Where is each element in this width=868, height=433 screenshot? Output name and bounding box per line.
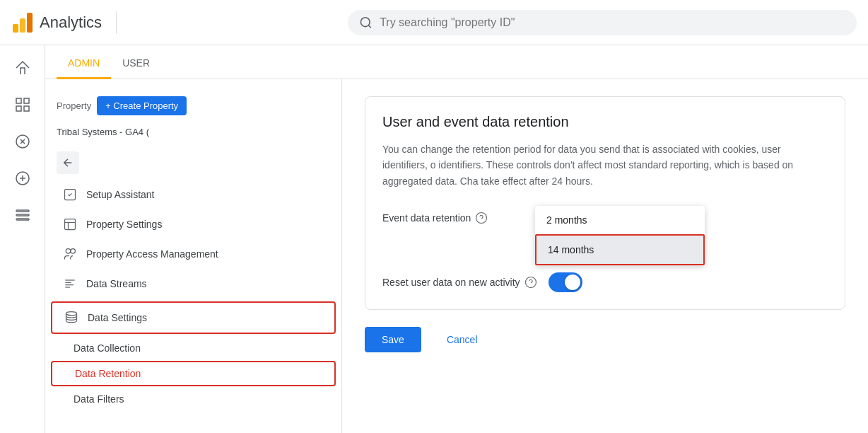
main-layout: ADMIN USER Property + Create Property Tr… bbox=[0, 45, 868, 433]
event-retention-dropdown[interactable]: 14 months 2 months 14 months bbox=[535, 206, 662, 230]
property-access-label: Property Access Management bbox=[86, 248, 218, 260]
setup-assistant-icon bbox=[62, 187, 78, 202]
svg-point-24 bbox=[66, 312, 77, 316]
reset-user-label: Reset user data on new activity bbox=[382, 276, 537, 289]
svg-point-25 bbox=[476, 213, 487, 224]
svg-rect-6 bbox=[24, 98, 29, 103]
main-panel: User and event data retention You can ch… bbox=[342, 79, 868, 433]
sidebar-item-setup-assistant[interactable]: Setup Assistant bbox=[45, 180, 341, 209]
reset-user-data-row: Reset user data on new activity bbox=[382, 272, 828, 292]
sidebar-property-row: Property + Create Property bbox=[45, 91, 341, 127]
svg-rect-8 bbox=[24, 106, 29, 111]
property-settings-label: Property Settings bbox=[86, 219, 162, 230]
data-settings-icon bbox=[64, 310, 79, 325]
back-button[interactable] bbox=[57, 151, 79, 174]
retention-card: User and event data retention You can ch… bbox=[365, 96, 845, 310]
tab-admin[interactable]: ADMIN bbox=[57, 49, 111, 79]
event-retention-row: Event data retention 14 months 2 months … bbox=[382, 206, 828, 230]
save-button[interactable]: Save bbox=[365, 327, 421, 352]
search-bar[interactable] bbox=[348, 10, 857, 35]
svg-point-27 bbox=[525, 277, 536, 288]
svg-rect-5 bbox=[16, 98, 21, 103]
sidebar-sub-item-data-retention-wrapper: Data Retention bbox=[51, 361, 336, 386]
svg-rect-13 bbox=[16, 219, 29, 220]
sidebar-item-data-settings[interactable]: Data Settings bbox=[52, 303, 334, 333]
property-access-icon bbox=[62, 246, 78, 262]
event-retention-label: Event data retention bbox=[382, 212, 524, 224]
sidebar-item-property-settings[interactable]: Property Settings bbox=[45, 209, 341, 239]
card-description: You can change the retention period for … bbox=[382, 142, 828, 189]
search-icon bbox=[359, 16, 373, 30]
header-divider bbox=[116, 11, 117, 34]
property-settings-icon bbox=[62, 216, 78, 232]
reset-user-toggle[interactable] bbox=[549, 272, 582, 292]
analytics-logo-icon bbox=[11, 11, 34, 34]
dropdown-menu: 2 months 14 months bbox=[535, 206, 705, 265]
sidebar-sub-item-data-filters[interactable]: Data Filters bbox=[45, 388, 341, 410]
search-input[interactable] bbox=[380, 16, 845, 29]
sidebar-sub-item-data-retention[interactable]: Data Retention bbox=[52, 362, 334, 385]
nav-reports-icon[interactable] bbox=[6, 88, 40, 122]
back-arrow-icon bbox=[61, 156, 74, 169]
sidebar-item-property-access[interactable]: Property Access Management bbox=[45, 239, 341, 269]
sidebar-account-name: Tribal Systems - GA4 ( bbox=[45, 127, 341, 146]
setup-assistant-label: Setup Assistant bbox=[86, 189, 155, 200]
svg-rect-15 bbox=[65, 219, 76, 230]
sidebar-item-data-settings-wrapper: Data Settings bbox=[51, 301, 336, 334]
reset-user-help-icon[interactable] bbox=[524, 276, 537, 289]
create-property-button[interactable]: + Create Property bbox=[97, 96, 187, 115]
data-streams-label: Data Streams bbox=[86, 278, 147, 289]
event-retention-help-icon[interactable] bbox=[475, 212, 488, 224]
data-streams-icon bbox=[62, 276, 78, 291]
svg-rect-0 bbox=[13, 24, 18, 33]
body-layout: Property + Create Property Tribal System… bbox=[45, 79, 868, 433]
dropdown-option-2months[interactable]: 2 months bbox=[535, 206, 705, 234]
action-buttons: Save Cancel bbox=[365, 327, 845, 352]
tab-user[interactable]: USER bbox=[111, 49, 161, 79]
sidebar-sub-item-data-collection[interactable]: Data Collection bbox=[45, 337, 341, 359]
svg-rect-1 bbox=[20, 18, 25, 33]
nav-configure-icon[interactable] bbox=[6, 198, 40, 232]
svg-point-19 bbox=[71, 249, 76, 254]
property-label: Property bbox=[57, 100, 91, 111]
svg-point-3 bbox=[360, 17, 370, 26]
card-title: User and event data retention bbox=[382, 114, 828, 130]
dropdown-option-14months[interactable]: 14 months bbox=[535, 234, 705, 265]
nav-advertising-icon[interactable] bbox=[6, 161, 40, 195]
left-nav bbox=[0, 45, 45, 433]
tab-bar: ADMIN USER bbox=[45, 45, 868, 79]
sidebar-back-row bbox=[45, 146, 341, 180]
svg-line-4 bbox=[368, 25, 370, 27]
svg-point-18 bbox=[66, 249, 71, 254]
nav-home-icon[interactable] bbox=[6, 51, 40, 85]
cancel-button[interactable]: Cancel bbox=[430, 327, 495, 352]
content-area: ADMIN USER Property + Create Property Tr… bbox=[45, 45, 868, 433]
svg-rect-11 bbox=[16, 210, 29, 212]
app-title: Analytics bbox=[40, 13, 102, 32]
nav-explore-icon[interactable] bbox=[6, 125, 40, 158]
data-settings-label: Data Settings bbox=[88, 312, 147, 323]
admin-sidebar: Property + Create Property Tribal System… bbox=[45, 79, 342, 433]
svg-rect-12 bbox=[16, 214, 29, 216]
toggle-knob bbox=[565, 275, 580, 290]
header: Analytics bbox=[0, 0, 868, 45]
svg-rect-2 bbox=[27, 13, 33, 33]
logo: Analytics bbox=[11, 11, 102, 34]
sidebar-item-data-streams[interactable]: Data Streams bbox=[45, 269, 341, 299]
svg-rect-7 bbox=[16, 106, 21, 111]
